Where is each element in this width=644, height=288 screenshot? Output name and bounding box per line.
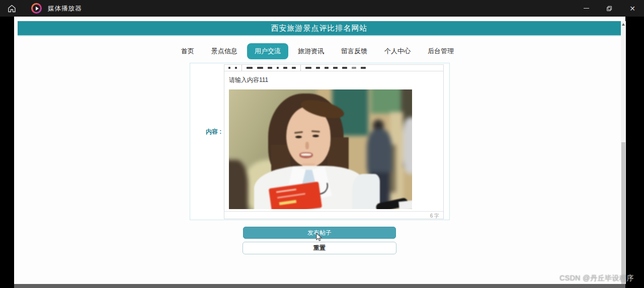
post-form: 内容 : [190,63,450,220]
toolbar-icon[interactable] [292,67,296,69]
nav-tab-user-exchange[interactable]: 用户交流 [247,43,288,59]
page-scrollbar[interactable] [621,21,626,284]
site-header-title: 西安旅游景点评比排名网站 [18,21,621,36]
app-title: 媒体播放器 [48,4,82,13]
toolbar-separator [300,65,301,71]
close-icon: ✕ [629,5,635,12]
toolbar-icon[interactable] [342,67,347,69]
nav-tab-travel-news[interactable]: 旅游资讯 [290,43,332,59]
char-counter: 6 字 [224,211,443,219]
content-label: 内容 : [206,128,221,136]
scrollbar-up-icon[interactable] [622,23,625,26]
home-button[interactable] [0,0,23,17]
toolbar-icon[interactable] [235,67,237,69]
toolbar-icon[interactable] [316,67,320,69]
toolbar-icon[interactable] [228,67,230,69]
restore-icon [607,6,612,11]
close-button[interactable]: ✕ [621,0,644,17]
video-frame: 西安旅游景点评比排名网站 首页 景点信息 用户交流 旅游资讯 留言反馈 个人中心… [0,17,644,288]
titlebar: 媒体播放器 ✕ [0,0,644,17]
scrollbar-thumb[interactable] [621,142,625,284]
editor-toolbar[interactable] [224,65,443,71]
editor-content[interactable]: 请输入内容111 [224,71,443,209]
toolbar-separator [242,65,242,71]
nav-tab-personal-center[interactable]: 个人中心 [377,43,418,59]
media-player-logo-icon [31,3,42,14]
toolbar-icon[interactable] [277,67,279,69]
nav-tab-feedback[interactable]: 留言反馈 [334,43,375,59]
post-image [229,89,412,209]
toolbar-icon[interactable] [247,67,253,69]
restore-button[interactable] [598,0,621,17]
toolbar-icon[interactable] [352,67,356,69]
toolbar-icon[interactable] [268,67,272,69]
toolbar-icon[interactable] [283,67,287,69]
main-nav: 首页 景点信息 用户交流 旅游资讯 留言反馈 个人中心 后台管理 [14,43,621,60]
minimize-button[interactable] [575,0,598,17]
mouse-cursor-icon [315,233,323,244]
toolbar-icon[interactable] [361,67,366,69]
nav-tab-attractions[interactable]: 景点信息 [204,43,245,59]
home-icon [8,5,16,13]
media-player-window: 媒体播放器 ✕ 西安旅游景点评比排名网站 首页 景点信息 用户交流 旅游资讯 留… [0,0,644,288]
window-controls: ✕ [575,0,644,17]
toolbar-icon[interactable] [325,67,329,69]
toolbar-icon[interactable] [257,67,263,69]
toolbar-icon[interactable] [305,67,311,69]
minimize-icon [584,8,589,9]
video-bottom-bar [14,284,625,288]
nav-tab-admin[interactable]: 后台管理 [420,43,461,59]
nav-tab-home[interactable]: 首页 [174,43,202,59]
watermark: CSDN @丹丘毕设程序 [559,274,634,283]
rich-text-editor[interactable]: 请输入内容111 [224,64,444,219]
toolbar-icon[interactable] [333,67,338,69]
webpage: 西安旅游景点评比排名网站 首页 景点信息 用户交流 旅游资讯 留言反馈 个人中心… [14,17,625,284]
editor-text[interactable]: 请输入内容111 [229,76,439,84]
